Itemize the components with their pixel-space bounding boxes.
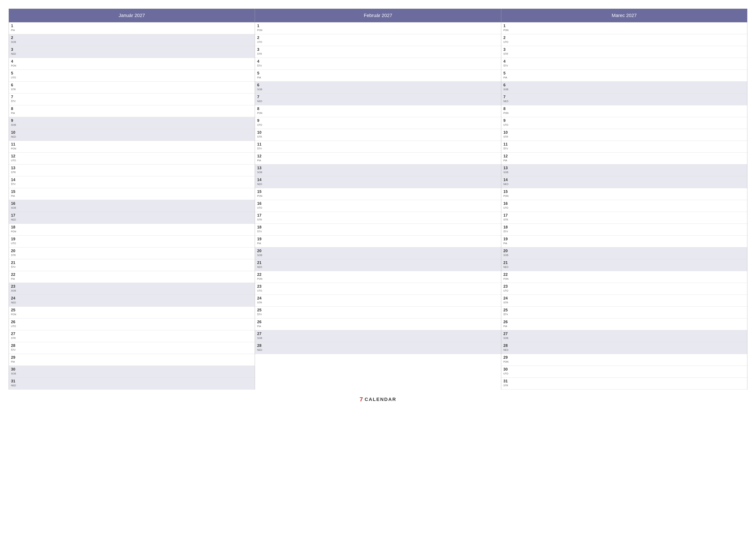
day-number: 17 xyxy=(257,213,263,218)
day-info: 7NED xyxy=(503,95,510,103)
day-name: UTO xyxy=(503,40,510,43)
day-info: 19PIA xyxy=(503,237,510,245)
day-name: UTO xyxy=(257,123,263,126)
day-number: 14 xyxy=(503,178,510,182)
month-header-2: Február 2027 xyxy=(255,9,501,22)
day-number: 20 xyxy=(503,249,510,253)
day-info: 28NED xyxy=(257,343,263,351)
day-name: ŠTV xyxy=(503,313,510,316)
day-name: SOB xyxy=(257,170,263,174)
day-info: 12PIA xyxy=(503,154,510,162)
day-row: 3NED xyxy=(9,46,255,58)
day-name: UTO xyxy=(257,206,263,209)
day-name: PON xyxy=(503,360,510,363)
day-number: 13 xyxy=(11,166,17,170)
day-name: PON xyxy=(257,111,263,114)
day-row: 20SOB xyxy=(501,247,747,259)
day-row: 7NED xyxy=(255,93,501,105)
day-row: 10STR xyxy=(255,129,501,141)
page: Január 20271PIA2SOB3NED4PON5UTO6STR7ŠTV8… xyxy=(0,0,756,534)
day-number: 21 xyxy=(503,261,510,265)
day-row: 15PIA xyxy=(9,188,255,200)
day-row: 25ŠTV xyxy=(255,307,501,318)
day-number: 31 xyxy=(11,379,17,384)
day-name: NED xyxy=(11,301,17,304)
day-name: PON xyxy=(11,313,17,316)
day-info: 20SOB xyxy=(503,249,510,257)
day-number: 26 xyxy=(503,320,510,324)
day-info: 26PIA xyxy=(257,320,263,328)
day-row: 28NED xyxy=(255,342,501,354)
day-name: UTO xyxy=(11,242,17,245)
day-info: 17STR xyxy=(257,213,263,221)
day-number: 19 xyxy=(503,237,510,242)
day-info: 7NED xyxy=(257,95,263,103)
day-number: 4 xyxy=(503,59,510,64)
day-name: UTO xyxy=(503,289,510,292)
day-number: 5 xyxy=(257,71,263,76)
day-name: PON xyxy=(11,230,17,233)
day-row: 27STR xyxy=(9,330,255,342)
day-number: 3 xyxy=(11,47,17,52)
day-info: 18PON xyxy=(11,225,17,233)
day-info: 11PON xyxy=(11,142,17,150)
day-row: 1PIA xyxy=(9,22,255,34)
day-row: 3STR xyxy=(501,46,747,58)
day-number: 4 xyxy=(11,59,17,64)
day-number: 8 xyxy=(503,107,510,111)
day-info: 6STR xyxy=(11,83,17,91)
day-name: STR xyxy=(11,88,17,91)
day-number: 18 xyxy=(11,225,17,230)
day-number: 24 xyxy=(11,296,17,301)
brand-icon: 7 xyxy=(360,396,363,403)
day-name: SOB xyxy=(11,206,17,209)
day-row: 23SOB xyxy=(9,283,255,295)
day-number: 10 xyxy=(11,130,17,135)
day-info: 7ŠTV xyxy=(11,95,17,103)
day-info: 6SOB xyxy=(257,83,263,91)
day-row: 21ŠTV xyxy=(9,259,255,271)
day-info: 5PIA xyxy=(503,71,510,79)
day-name: SOB xyxy=(257,253,263,257)
day-info: 3NED xyxy=(11,47,17,55)
day-name: NED xyxy=(11,52,17,55)
day-row: 19UTO xyxy=(9,236,255,247)
day-info: 2SOB xyxy=(11,36,17,43)
day-row: 11ŠTV xyxy=(255,141,501,153)
day-info: 8PIA xyxy=(11,107,17,114)
day-number: 10 xyxy=(257,130,263,135)
day-row: 3STR xyxy=(255,46,501,58)
day-row: 25PON xyxy=(9,307,255,318)
day-name: SOB xyxy=(11,40,17,43)
day-number: 27 xyxy=(257,332,263,336)
day-info: 18ŠTV xyxy=(257,225,263,233)
day-row: 30SOB xyxy=(9,366,255,378)
day-row: 16UTO xyxy=(255,200,501,212)
day-info: 21ŠTV xyxy=(11,261,17,268)
day-number: 16 xyxy=(503,201,510,206)
day-row: 23UTO xyxy=(501,283,747,295)
day-name: STR xyxy=(11,170,17,174)
day-row: 22PON xyxy=(255,271,501,283)
day-info: 17STR xyxy=(503,213,510,221)
day-row: 6SOB xyxy=(501,82,747,93)
day-row: 8PON xyxy=(501,105,747,117)
day-name: ŠTV xyxy=(257,230,263,233)
day-row: 9UTO xyxy=(255,117,501,129)
day-info: 20SOB xyxy=(257,249,263,257)
day-name: NED xyxy=(257,348,263,351)
day-row: 1PON xyxy=(255,22,501,34)
day-number: 14 xyxy=(11,178,17,182)
day-row: 12PIA xyxy=(255,153,501,165)
day-name: STR xyxy=(503,301,510,304)
day-number: 10 xyxy=(503,130,510,135)
day-row: 23UTO xyxy=(255,283,501,295)
day-row: 8PON xyxy=(255,105,501,117)
day-number: 17 xyxy=(503,213,510,218)
day-number: 23 xyxy=(257,284,263,289)
day-number: 12 xyxy=(503,154,510,159)
day-number: 22 xyxy=(11,272,17,277)
day-row: 7NED xyxy=(501,93,747,105)
day-name: NED xyxy=(11,135,17,138)
day-number: 1 xyxy=(11,24,17,28)
